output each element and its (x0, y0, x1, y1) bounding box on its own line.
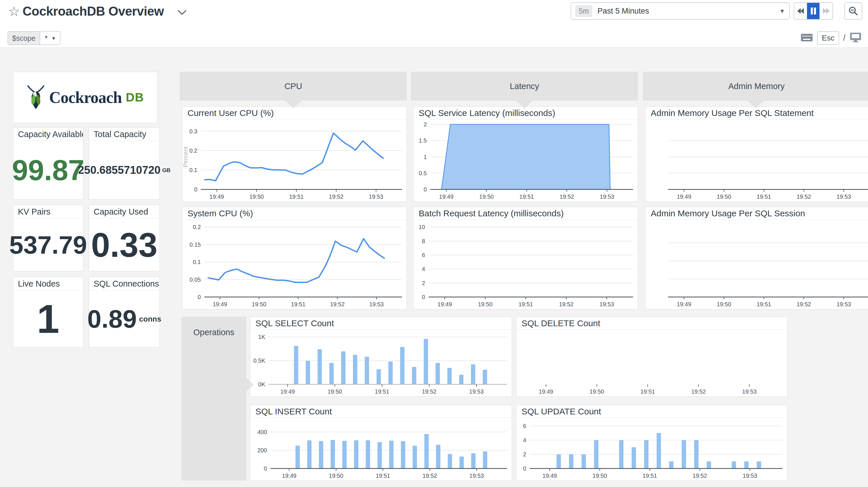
svg-text:19:50: 19:50 (593, 472, 607, 479)
svg-text:19:49: 19:49 (210, 194, 224, 200)
stat-card-kv-pairs[interactable]: KV Pairs 537.79 (13, 205, 83, 271)
svg-text:19:51: 19:51 (757, 194, 771, 200)
zoom-search-button[interactable] (844, 2, 862, 20)
stat-label: Capacity Used (89, 205, 159, 218)
svg-text:19:53: 19:53 (469, 472, 484, 479)
template-variable-scope[interactable]: $scope * ▾ (7, 31, 60, 45)
stat-card-live-nodes[interactable]: Live Nodes 1 (13, 277, 83, 348)
svg-text:19:51: 19:51 (643, 472, 657, 479)
stat-value: 0.33 (91, 225, 157, 265)
favorite-star-icon[interactable]: ☆ (8, 3, 20, 19)
stat-label: Live Nodes (13, 277, 83, 290)
chart-title: SQL DELETE Count (516, 317, 787, 330)
slash-separator: / (843, 33, 845, 43)
logo-db-suffix: DB (126, 90, 144, 105)
keyboard-icon[interactable] (800, 33, 813, 43)
svg-text:1K: 1K (258, 334, 266, 340)
stat-card-total-capacity[interactable]: Total Capacity 250.6855710720GB (89, 127, 160, 200)
svg-text:19:53: 19:53 (469, 389, 484, 395)
svg-text:19:52: 19:52 (559, 301, 574, 308)
svg-text:19:52: 19:52 (330, 301, 344, 308)
svg-text:2: 2 (523, 451, 526, 458)
scope-label: $scope (8, 32, 39, 45)
svg-text:0K: 0K (258, 381, 266, 388)
svg-text:19:52: 19:52 (560, 194, 574, 200)
svg-text:19:52: 19:52 (422, 389, 436, 395)
forward-button[interactable] (820, 3, 833, 19)
svg-text:19:53: 19:53 (837, 301, 851, 308)
group-header-admin-memory[interactable]: Admin Memory (643, 72, 868, 101)
group-title: Operations (182, 328, 246, 337)
pause-button[interactable] (807, 3, 820, 19)
scope-value-dropdown[interactable]: * ▾ (39, 32, 60, 45)
group-header-cpu[interactable]: CPU (180, 72, 407, 101)
stat-card-sql-connections[interactable]: SQL Connections 0.89conns (89, 277, 160, 348)
svg-text:19:53: 19:53 (743, 472, 757, 479)
svg-text:0.5: 0.5 (419, 170, 427, 176)
top-bar: ☆ CockroachDB Overview 5m Past 5 Minutes… (0, 0, 868, 48)
svg-text:400: 400 (257, 429, 267, 435)
chart-plot-admin-memory-statement[interactable]: 19:4919:5019:5119:5219:53 (646, 120, 868, 202)
group-notch-latency (516, 101, 533, 109)
svg-text:19:51: 19:51 (289, 194, 304, 200)
svg-text:0: 0 (424, 186, 427, 193)
chart-plot-sql-select-count[interactable]: 0K0.5K1K19:4919:5019:5119:5219:53 (250, 330, 512, 397)
chart-plot-batch-request-latency[interactable]: 024681019:4919:5019:5119:5219:53 (413, 220, 638, 309)
group-header-operations[interactable]: Operations (182, 317, 246, 481)
svg-text:19:49: 19:49 (439, 194, 454, 200)
chart-card-sql-delete-count: SQL DELETE Count 19:4919:5019:5119:5219:… (516, 317, 787, 397)
svg-text:19:53: 19:53 (837, 194, 851, 200)
svg-text:19:52: 19:52 (423, 472, 437, 479)
chart-title: SQL UPDATE Count (516, 405, 787, 418)
svg-text:19:50: 19:50 (479, 194, 494, 200)
group-notch-cpu (285, 101, 302, 109)
svg-text:19:53: 19:53 (600, 194, 614, 200)
svg-text:19:51: 19:51 (375, 389, 389, 395)
esc-key-button[interactable]: Esc (817, 31, 839, 45)
chart-card-current-user-cpu: Current User CPU (%) 00.10.20.319:4919:5… (182, 107, 407, 202)
stat-card-capacity-used[interactable]: Capacity Used 0.33 (89, 205, 160, 271)
group-notch-operations (246, 378, 254, 392)
svg-text:10: 10 (419, 224, 425, 230)
chart-plot-sql-delete-count[interactable]: 19:4919:5019:5119:5219:53 (516, 330, 787, 397)
group-title: Latency (510, 82, 539, 91)
svg-text:0.2: 0.2 (193, 224, 201, 230)
svg-text:19:52: 19:52 (797, 301, 811, 308)
title-chevron-down-icon[interactable] (177, 9, 187, 17)
stat-label: Capacity Available... (13, 127, 83, 141)
svg-text:1: 1 (424, 154, 427, 160)
chart-plot-system-cpu[interactable]: 00.050.10.150.219:4919:5019:5119:5219:53 (182, 220, 407, 309)
svg-text:19:50: 19:50 (478, 301, 492, 308)
chart-card-sql-insert-count: SQL INSERT Count 020040019:4919:5019:511… (250, 405, 512, 481)
svg-text:0.1: 0.1 (193, 259, 201, 265)
time-range-label: Past 5 Minutes (597, 7, 649, 16)
svg-text:19:52: 19:52 (329, 194, 344, 200)
group-header-latency[interactable]: Latency (411, 72, 638, 101)
svg-text:19:51: 19:51 (520, 194, 534, 200)
page-title: CockroachDB Overview (23, 4, 164, 19)
chart-title: SQL Service Latency (milliseconds) (413, 107, 638, 119)
svg-text:0: 0 (523, 465, 526, 472)
playback-controls (794, 2, 833, 20)
svg-text:0.5K: 0.5K (253, 357, 266, 364)
stat-card-capacity-available[interactable]: Capacity Available... 99.87 (13, 127, 83, 200)
svg-text:4: 4 (523, 437, 526, 443)
time-range-dropdown[interactable]: 5m Past 5 Minutes ▾ (571, 2, 790, 20)
svg-text:19:49: 19:49 (437, 301, 452, 308)
chart-plot-sql-update-count[interactable]: 024619:4919:5019:5119:5219:53 (516, 418, 787, 481)
svg-text:19:50: 19:50 (717, 301, 731, 308)
svg-text:0.3: 0.3 (189, 128, 197, 135)
chart-plot-sql-service-latency[interactable]: 00.511.5219:4919:5019:5119:5219:53 (413, 120, 638, 202)
chart-plot-sql-insert-count[interactable]: 020040019:4919:5019:5119:5219:53 (250, 418, 512, 481)
chart-card-admin-memory-session: Admin Memory Usage Per SQL Session 19:49… (645, 207, 868, 310)
chart-plot-admin-memory-session[interactable]: 19:4919:5019:5119:5219:53 (646, 220, 868, 309)
fullscreen-monitor-icon[interactable] (849, 32, 862, 44)
svg-text:19:53: 19:53 (369, 301, 384, 308)
svg-text:19:50: 19:50 (328, 389, 342, 395)
chart-plot-current-user-cpu[interactable]: 00.10.20.319:4919:5019:5119:5219:53Perce… (182, 120, 407, 202)
svg-text:6: 6 (422, 252, 425, 258)
dropdown-caret-icon: ▾ (780, 7, 784, 15)
backward-button[interactable] (794, 3, 807, 19)
chart-card-admin-memory-statement: Admin Memory Usage Per SQL Statement 19:… (645, 107, 868, 202)
stat-value: 0.89 (87, 304, 137, 334)
